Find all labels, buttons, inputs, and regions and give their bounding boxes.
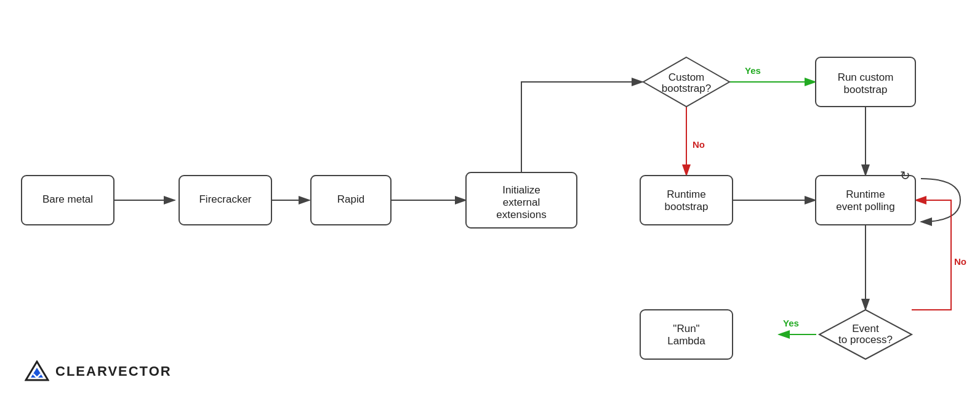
no-label-bootstrap: No: [693, 139, 705, 150]
loop-icon: ↻: [900, 169, 910, 182]
runtime-bootstrap-label2: bootstrap: [665, 201, 709, 213]
runtime-bootstrap-label1: Runtime: [667, 188, 705, 200]
run-lambda-label2: Lambda: [667, 335, 705, 347]
event-process-label1: Event: [852, 323, 879, 334]
yes-label-event: Yes: [783, 318, 799, 328]
logo-area: CLEARVECTOR: [25, 360, 172, 383]
custom-bootstrap-label1: Custom: [669, 71, 705, 83]
rapid-label: Rapid: [337, 193, 364, 205]
custom-bootstrap-label2: bootstrap?: [662, 83, 711, 94]
no-label-event: No: [954, 256, 966, 267]
clearvector-logo-text: CLEARVECTOR: [55, 363, 172, 379]
run-custom-label1: Run custom: [838, 71, 894, 83]
event-process-label2: to process?: [838, 334, 893, 346]
init-ext-label2: external: [503, 196, 540, 208]
run-lambda-label1: "Run": [673, 323, 699, 334]
runtime-event-label2: event polling: [836, 201, 894, 213]
yes-label-bootstrap: Yes: [745, 65, 761, 76]
run-custom-label2: bootstrap: [844, 84, 888, 95]
firecracker-label: Firecracker: [199, 193, 251, 205]
init-ext-label: Initialize: [502, 184, 540, 196]
bare-metal-label: Bare metal: [42, 193, 93, 205]
runtime-event-label1: Runtime: [846, 188, 885, 200]
clearvector-logo-icon: [25, 360, 49, 383]
init-ext-label3: extensions: [496, 209, 546, 221]
